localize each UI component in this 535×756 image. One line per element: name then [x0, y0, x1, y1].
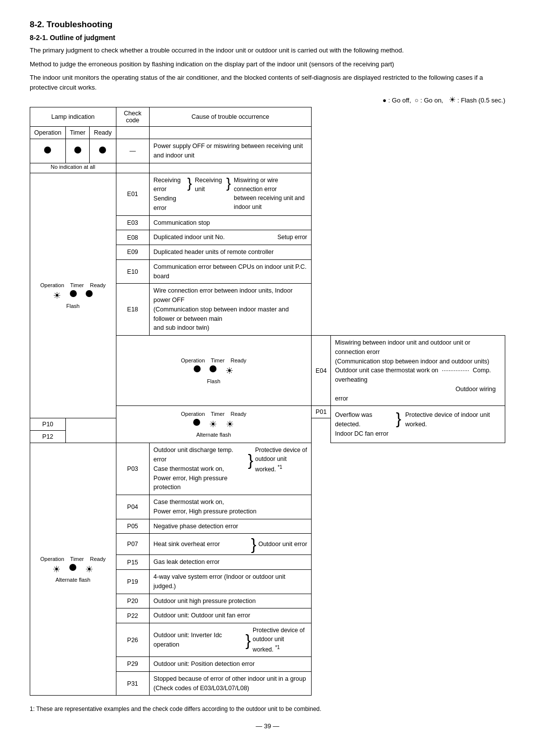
- cause-e18: Wire connection error between indoor uni…: [149, 284, 311, 336]
- check-code-e04: E04: [312, 336, 331, 406]
- check-code-1: —: [116, 139, 149, 163]
- table-row-alt-flash-op-ready-p03: Operation Timer Ready ☀ ☀ Alternate flas…: [30, 443, 505, 495]
- cause-p22-p26: Outdoor unit: Outdoor unit fan error: [149, 608, 311, 623]
- cause-e10: Communication error between CPUs on indo…: [149, 259, 311, 284]
- check-code-p19: P19: [116, 570, 149, 594]
- check-code-p05: P05: [116, 519, 149, 534]
- check-code-p04: P04: [116, 495, 149, 519]
- check-header: Check code: [116, 107, 149, 127]
- cause-1: Power supply OFF or miswiring between re…: [149, 139, 311, 163]
- cause-e04: Miswiring between indoor unit and outdoo…: [331, 336, 505, 406]
- cause-p04: Case thermostat work on,Power error, Hig…: [149, 495, 311, 519]
- section-subtitle: 8-2-1. Outline of judgment: [30, 34, 505, 42]
- lamp-section-2: Operation Timer Ready ☀ Flash: [30, 173, 116, 418]
- check-code-p29: P29: [116, 657, 149, 672]
- lamp-header: Lamp indication: [30, 107, 116, 127]
- dot-timer-3: [210, 365, 216, 372]
- para3: The indoor unit monitors the operating s…: [30, 73, 505, 92]
- cause-p31: Stopped because of error of other indoor…: [149, 671, 311, 696]
- cause-e01-e02: Receiving error Sending error } Receivin…: [149, 173, 311, 215]
- operation-header: Operation: [30, 127, 66, 139]
- cause-header: Cause of trouble occurrence: [149, 107, 311, 127]
- cause-p07: Heat sink overheat error } Outdoor unit …: [149, 534, 311, 555]
- cause-p05: Negative phase detection error: [149, 519, 311, 534]
- sun-timer-4: ☀: [209, 419, 217, 430]
- ready-header: Ready: [90, 127, 116, 139]
- cause-e09: Duplicated header units of remote contro…: [149, 245, 311, 260]
- flash-symbol: ☀: [449, 96, 456, 104]
- check-code-p31: P31: [116, 671, 149, 696]
- lamp-section-4: Operation Timer Ready ☀ ☀ Alternate flas…: [116, 406, 312, 443]
- cause-p15: Gas leak detection error: [149, 555, 311, 570]
- footnote: 1: These are representative examples and…: [30, 706, 505, 712]
- check-code-e09: E09: [116, 245, 149, 260]
- table-row-flash-group: Operation Timer Ready ☀ Flash E01 Receiv…: [30, 173, 505, 215]
- para2: Method to judge the erroneous position b…: [30, 59, 505, 69]
- para1: The primary judgment to check whether a …: [30, 46, 505, 55]
- cause-p20: Outdoor unit high pressure protection: [149, 594, 311, 608]
- check-code-p20: P20: [116, 594, 149, 608]
- blank-cause-header: [149, 127, 311, 139]
- cause-p19: 4-way valve system error (Indoor or outd…: [149, 570, 311, 594]
- lamp-section-3: Operation Timer Ready ☀ Flash: [116, 336, 312, 406]
- check-code-e10: E10: [116, 259, 149, 284]
- timer-header: Timer: [65, 127, 89, 139]
- lamp-operation-1: [30, 139, 66, 163]
- dot-timer-5: [69, 564, 76, 571]
- no-indication-label: No indication at all: [30, 163, 116, 173]
- lamp-ready-1: [90, 139, 116, 163]
- dot-timer-2: [70, 290, 77, 297]
- cause-p26: Outdoor unit: Inverter Idc operation } P…: [149, 623, 311, 657]
- troubleshooting-table: Lamp indication Check code Cause of trou…: [30, 107, 505, 696]
- page-number: — 39 —: [30, 722, 505, 730]
- dot-ready-2: [86, 290, 93, 297]
- check-code-e18: E18: [116, 284, 149, 336]
- check-code-e03: E03: [116, 215, 149, 230]
- check-code-p07: P07: [116, 534, 149, 555]
- cause-p29: Outdoor unit: Position detection error: [149, 657, 311, 672]
- check-code-p01: P01: [312, 406, 331, 418]
- sun-op-5: ☀: [53, 564, 60, 575]
- sun-op: ☀: [53, 290, 61, 301]
- check-code-p22: P22: [116, 608, 149, 623]
- sun-ready-4: ☀: [226, 419, 234, 430]
- check-code-p03: P03: [116, 443, 149, 495]
- dot-op-4: [193, 419, 200, 426]
- legend: ● : Go off, ○ : Go on, ☀ : Flash (0.5 se…: [30, 96, 505, 104]
- check-code-p10: P10: [30, 418, 66, 431]
- cause-p03-p04: Outdoor unit discharge temp. error Case …: [149, 443, 311, 495]
- cause-e03: Communication stop: [149, 215, 311, 230]
- table-row-no-indication: No indication at all: [30, 163, 505, 173]
- check-code-e08: E08: [116, 230, 149, 245]
- table-row: — Power supply OFF or miswiring between …: [30, 139, 505, 163]
- check-code-p12: P12: [30, 431, 66, 443]
- sun-ready-5: ☀: [85, 564, 93, 575]
- section-title: 8-2. Troubleshooting: [30, 20, 505, 30]
- blank-header: [116, 127, 149, 139]
- lamp-timer-1: [65, 139, 89, 163]
- cause-e08: Duplicated indoor unit No. Setup error: [149, 230, 311, 245]
- check-code-p15: P15: [116, 555, 149, 570]
- check-code-e01: E01: [116, 173, 149, 215]
- sun-ready-3: ☀: [225, 365, 233, 376]
- lamp-section-5: Operation Timer Ready ☀ ☀ Alternate flas…: [30, 443, 116, 696]
- check-code-p26: P26: [116, 623, 149, 657]
- cause-p01-p10-p12: Overflow was detected. Indoor DC fan err…: [331, 406, 505, 443]
- dot-op-3: [194, 365, 201, 372]
